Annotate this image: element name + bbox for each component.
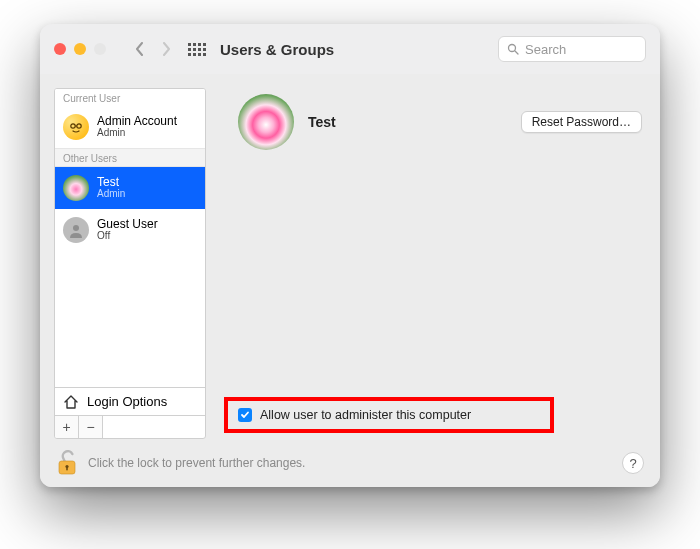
section-other-users: Other Users <box>55 148 205 167</box>
svg-rect-8 <box>66 467 68 471</box>
toolbar: Users & Groups Search <box>40 24 660 74</box>
back-button[interactable] <box>132 40 148 58</box>
house-icon <box>63 395 79 409</box>
user-detail-panel: Test Reset Password… Allow user to admin… <box>220 88 646 439</box>
search-field[interactable]: Search <box>498 36 646 62</box>
window-controls <box>54 43 106 55</box>
section-current-user: Current User <box>55 89 205 106</box>
user-role: Off <box>97 231 158 242</box>
user-list-sidebar: Current User Admin Account Admin Other U… <box>54 88 206 439</box>
search-placeholder: Search <box>525 42 566 57</box>
login-options-label: Login Options <box>87 394 167 409</box>
help-button[interactable]: ? <box>622 452 644 474</box>
window-title: Users & Groups <box>220 41 334 58</box>
unlocked-lock-icon <box>56 450 78 476</box>
svg-point-0 <box>509 45 516 52</box>
login-options-button[interactable]: Login Options <box>55 387 205 415</box>
lock-hint-text: Click the lock to prevent further change… <box>88 456 305 470</box>
avatar-icon <box>63 217 89 243</box>
admin-checkbox[interactable] <box>238 408 252 422</box>
checkmark-icon <box>240 410 250 420</box>
user-role: Admin <box>97 189 125 200</box>
svg-point-2 <box>71 124 75 128</box>
admin-checkbox-label: Allow user to administer this computer <box>260 408 471 422</box>
svg-point-3 <box>77 124 81 128</box>
user-avatar-large[interactable] <box>238 94 294 150</box>
nav-buttons <box>132 40 174 58</box>
user-row-admin-account[interactable]: Admin Account Admin <box>55 106 205 148</box>
avatar-icon <box>63 114 89 140</box>
show-all-button[interactable] <box>188 43 206 56</box>
minimize-window-button[interactable] <box>74 43 86 55</box>
reset-password-button[interactable]: Reset Password… <box>521 111 642 133</box>
forward-button[interactable] <box>158 40 174 58</box>
user-row-guest[interactable]: Guest User Off <box>55 209 205 251</box>
help-icon: ? <box>629 456 636 471</box>
add-user-button[interactable]: + <box>55 416 79 438</box>
svg-point-5 <box>73 225 79 231</box>
user-row-test[interactable]: Test Admin <box>55 167 205 209</box>
svg-line-1 <box>515 51 518 54</box>
user-role: Admin <box>97 128 177 139</box>
footer: Click the lock to prevent further change… <box>40 439 660 487</box>
add-remove-bar: + − <box>55 415 205 438</box>
avatar-icon <box>63 175 89 201</box>
selected-user-name: Test <box>308 114 336 130</box>
zoom-window-button[interactable] <box>94 43 106 55</box>
admin-checkbox-highlight: Allow user to administer this computer <box>224 397 554 433</box>
preferences-window: Users & Groups Search Current User Admin… <box>40 24 660 487</box>
remove-user-button[interactable]: − <box>79 416 103 438</box>
search-icon <box>507 43 519 55</box>
close-window-button[interactable] <box>54 43 66 55</box>
lock-button[interactable] <box>56 450 78 476</box>
